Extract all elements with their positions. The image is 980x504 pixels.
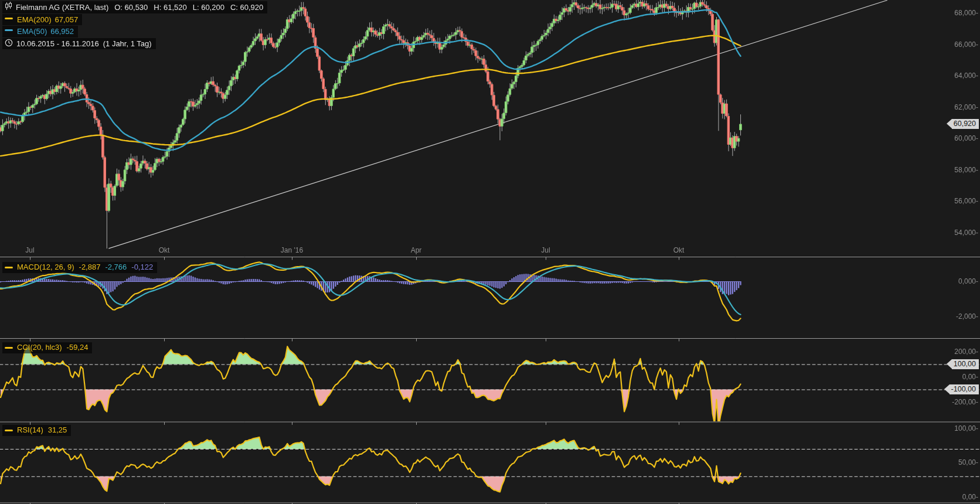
cci-legend-row[interactable]: CCI(20, hlc3)-59,24 (2, 342, 92, 353)
instrument-title: Fielmann AG (XETRA, last) (16, 3, 108, 12)
main-header: Fielmann AG (XETRA, last)O: 60,530H: 61,… (2, 1, 267, 50)
ema200-value: 67,057 (55, 15, 79, 23)
chart-canvas[interactable] (0, 0, 980, 504)
cci-value: -59,24 (67, 343, 89, 352)
ema50-label: EMA(50) (17, 27, 47, 36)
cci-label: CCI(20, hlc3) (17, 343, 62, 352)
instrument-row: Fielmann AG (XETRA, last)O: 60,530H: 61,… (2, 1, 267, 13)
ema50-value: 66,952 (50, 27, 74, 36)
cci-lower-level-badge: -100,00 (950, 384, 979, 394)
last-price-badge: 60,920 (952, 119, 979, 129)
macd-swatch-icon (5, 267, 13, 268)
macd-label: MACD(12, 26, 9) (17, 263, 74, 271)
chart-window: Fielmann AG (XETRA, last)O: 60,530H: 61,… (0, 0, 980, 504)
rsi-label: RSI(14) (17, 425, 43, 434)
interval-label: (1 Jahr, 1 Tag) (103, 39, 152, 47)
open-value: O: 60,530 (114, 3, 148, 12)
ema50-legend-row[interactable]: EMA(50)66,952 (2, 26, 78, 38)
candlestick-chart-icon (5, 2, 12, 11)
date-range: 10.06.2015 - 16.11.2016 (16, 39, 99, 47)
rsi-swatch-icon (5, 430, 13, 431)
macd-hist-value: -0,122 (131, 263, 153, 271)
ema200-swatch-icon (5, 18, 13, 19)
rsi-value: 31,25 (48, 425, 67, 434)
date-range-row[interactable]: 10.06.2015 - 16.11.2016(1 Jahr, 1 Tag) (2, 38, 156, 50)
ema50-swatch-icon (5, 29, 13, 31)
rsi-legend-row[interactable]: RSI(14)31,25 (2, 425, 71, 436)
macd-value: -2,887 (79, 263, 101, 271)
ema200-label: EMA(200) (17, 15, 52, 23)
close-value: C: 60,920 (230, 3, 263, 12)
low-value: L: 60,200 (193, 3, 224, 12)
macd-signal-value: -2,766 (105, 263, 127, 271)
ema200-legend-row[interactable]: EMA(200)67,057 (2, 14, 82, 26)
cci-upper-level-badge: 100,00 (952, 359, 979, 369)
clock-icon (5, 39, 13, 47)
high-value: H: 61,520 (154, 3, 186, 12)
cci-swatch-icon (5, 347, 13, 349)
macd-legend-row[interactable]: MACD(12, 26, 9)-2,887-2,766-0,122 (2, 262, 157, 273)
